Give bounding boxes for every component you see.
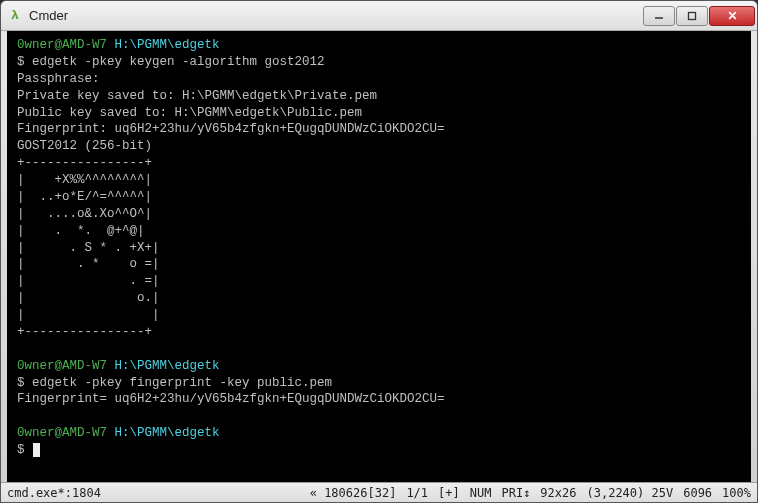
- titlebar[interactable]: λ Cmder: [1, 1, 757, 31]
- prompt-user: 0wner@AMD-W7: [17, 359, 115, 373]
- randomart-line: +----------------+: [17, 156, 152, 170]
- maximize-button[interactable]: [676, 6, 708, 26]
- app-icon: λ: [7, 8, 23, 24]
- randomart-line: | . =|: [17, 274, 160, 288]
- statusbar: cmd.exe*:1804 « 180626[32] 1/1 [+] NUM P…: [1, 482, 757, 502]
- output-line: Fingerprint= uq6H2+23hu/yV65b4zfgkn+EQug…: [17, 392, 445, 406]
- command-line: $: [17, 443, 32, 457]
- status-item: NUM: [470, 486, 492, 500]
- status-item: PRI↕: [501, 486, 530, 500]
- output-line: Fingerprint: uq6H2+23hu/yV65b4zfgkn+EQug…: [17, 122, 445, 136]
- randomart-line: | . * o =|: [17, 257, 160, 271]
- status-item: 6096: [683, 486, 712, 500]
- window-frame: λ Cmder 0wner@AMD-W7 H:\PGMM\edgetk $ ed…: [0, 0, 758, 503]
- cursor: [33, 443, 40, 457]
- randomart-line: | |: [17, 308, 160, 322]
- status-right: « 180626[32] 1/1 [+] NUM PRI↕ 92x26 (3,2…: [310, 486, 751, 500]
- status-item: 1/1: [406, 486, 428, 500]
- terminal-area[interactable]: 0wner@AMD-W7 H:\PGMM\edgetk $ edgetk -pk…: [7, 31, 751, 482]
- prompt-user: 0wner@AMD-W7: [17, 38, 115, 52]
- window-controls: [643, 6, 755, 26]
- close-button[interactable]: [709, 6, 755, 26]
- randomart-line: | o.|: [17, 291, 160, 305]
- randomart-line: | ..+o*E/^=^^^^^|: [17, 190, 152, 204]
- randomart-line: +----------------+: [17, 325, 152, 339]
- svg-rect-1: [689, 12, 696, 19]
- prompt-user: 0wner@AMD-W7: [17, 426, 115, 440]
- status-item: (3,2240) 25V: [586, 486, 673, 500]
- window-title: Cmder: [29, 8, 643, 23]
- prompt-path: H:\PGMM\edgetk: [115, 359, 220, 373]
- randomart-line: | ....o&.Xo^^O^|: [17, 207, 152, 221]
- randomart-line: | +X%%^^^^^^^^|: [17, 173, 152, 187]
- randomart-line: | . S * . +X+|: [17, 241, 160, 255]
- status-item: 92x26: [540, 486, 576, 500]
- prompt-path: H:\PGMM\edgetk: [115, 426, 220, 440]
- randomart-line: | . *. @+^@|: [17, 224, 145, 238]
- command-line: $ edgetk -pkey fingerprint -key public.p…: [17, 376, 332, 390]
- command-line: $ edgetk -pkey keygen -algorithm gost201…: [17, 55, 325, 69]
- output-line: GOST2012 (256-bit): [17, 139, 152, 153]
- status-item: 100%: [722, 486, 751, 500]
- minimize-button[interactable]: [643, 6, 675, 26]
- terminal-content: 0wner@AMD-W7 H:\PGMM\edgetk $ edgetk -pk…: [17, 37, 749, 459]
- output-line: Private key saved to: H:\PGMM\edgetk\Pri…: [17, 89, 377, 103]
- output-line: Public key saved to: H:\PGMM\edgetk\Publ…: [17, 106, 362, 120]
- prompt-path: H:\PGMM\edgetk: [115, 38, 220, 52]
- status-item: « 180626[32]: [310, 486, 397, 500]
- status-left[interactable]: cmd.exe*:1804: [7, 486, 101, 500]
- output-line: Passphrase:: [17, 72, 100, 86]
- status-item: [+]: [438, 486, 460, 500]
